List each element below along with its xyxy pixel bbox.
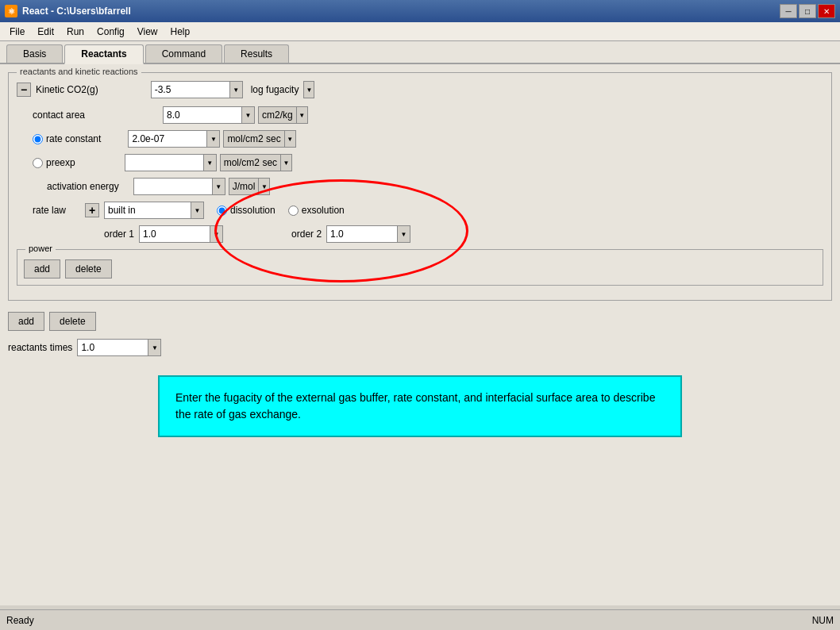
dissolution-radio[interactable] — [217, 206, 227, 216]
rate-constant-dropdown-arrow[interactable]: ▼ — [207, 130, 220, 148]
preexp-input[interactable] — [125, 154, 204, 171]
preexp-dropdown-arrow[interactable]: ▼ — [204, 154, 217, 171]
contact-area-unit-group: cm2/kg ▼ — [258, 106, 308, 124]
contact-area-dropdown-arrow[interactable]: ▼ — [242, 106, 255, 124]
order1-dropdown-arrow[interactable]: ▼ — [210, 225, 223, 243]
power-delete-button[interactable]: delete — [65, 259, 112, 279]
order-row: order 1 ▼ order 2 ▼ — [17, 225, 823, 243]
rate-law-label: rate law — [33, 205, 80, 216]
rate-constant-radio[interactable] — [33, 134, 43, 144]
preexp-unit-arrow[interactable]: ▼ — [281, 154, 292, 171]
contact-area-input-group: ▼ — [163, 106, 255, 124]
preexp-unit-label: mol/cm2 sec — [220, 154, 281, 171]
title-bar: ⚛ React - C:\Users\bfarrell ─ □ ✕ — [0, 0, 840, 22]
menu-run[interactable]: Run — [60, 25, 91, 39]
order2-dropdown-arrow[interactable]: ▼ — [398, 225, 410, 243]
preexp-row: preexp ▼ mol/cm2 sec ▼ — [17, 154, 823, 171]
power-add-button[interactable]: add — [24, 259, 60, 279]
reactants-times-row: reactants times ▼ — [8, 336, 832, 359]
reactants-times-input[interactable] — [77, 339, 148, 356]
delete-button[interactable]: delete — [49, 312, 96, 331]
tab-basis[interactable]: Basis — [6, 44, 63, 63]
fugacity-input[interactable] — [151, 81, 230, 98]
tooltip-text: Enter the fugacity of the external gas b… — [175, 391, 655, 421]
kinetic-minus-button[interactable]: − — [17, 83, 31, 97]
activation-energy-input[interactable] — [133, 178, 213, 195]
status-bar: Ready NUM — [0, 609, 840, 630]
menu-view[interactable]: View — [131, 25, 164, 39]
power-buttons: add delete — [24, 256, 816, 279]
contact-area-input[interactable] — [163, 106, 242, 124]
status-left: Ready — [6, 615, 34, 626]
order1-label: order 1 — [104, 229, 134, 240]
minimize-button[interactable]: ─ — [780, 4, 797, 18]
rate-constant-unit-group: mol/cm2 sec ▼ — [223, 130, 295, 148]
rate-constant-input-group: ▼ — [128, 130, 220, 148]
preexp-input-group: ▼ — [125, 154, 217, 171]
menu-config[interactable]: Config — [91, 25, 131, 39]
order2-input[interactable] — [326, 225, 398, 243]
tab-command[interactable]: Command — [145, 44, 222, 63]
rate-constant-radio-label[interactable]: rate constant — [33, 133, 101, 144]
preexp-radio[interactable] — [33, 158, 43, 168]
bottom-row: add delete — [8, 307, 832, 336]
rate-law-plus-button[interactable]: + — [85, 203, 99, 217]
exsolution-label: exsolution — [302, 205, 345, 216]
menu-help[interactable]: Help — [164, 25, 197, 39]
dissolution-radio-label[interactable]: dissolution — [217, 205, 276, 216]
rate-law-input-group: ▼ — [104, 202, 204, 219]
rate-law-dropdown-arrow[interactable]: ▼ — [191, 202, 204, 219]
fugacity-unit-arrow[interactable]: ▼ — [303, 81, 314, 98]
kinetic-name: Kinetic CO2(g) — [36, 84, 98, 95]
activation-energy-unit-label: J/mol — [229, 178, 260, 195]
contact-area-unit-arrow[interactable]: ▼ — [297, 106, 308, 124]
tab-bar: Basis Reactants Command Results — [0, 41, 840, 64]
app-icon: ⚛ — [5, 5, 17, 17]
activation-energy-unit-arrow[interactable]: ▼ — [259, 178, 270, 195]
rate-constant-row: rate constant ▼ mol/cm2 sec ▼ — [17, 130, 823, 148]
rate-constant-input[interactable] — [128, 130, 207, 148]
order1-input-group: ▼ — [139, 225, 223, 243]
rate-law-row: rate law + ▼ dissolution exsolution — [17, 202, 823, 219]
tooltip-box: Enter the fugacity of the external gas b… — [158, 375, 682, 437]
activation-energy-dropdown-arrow[interactable]: ▼ — [213, 178, 225, 195]
tab-results[interactable]: Results — [224, 44, 289, 63]
maximize-button[interactable]: □ — [799, 4, 816, 18]
main-content: reactants and kinetic reactions − Kineti… — [0, 64, 840, 605]
tab-reactants[interactable]: Reactants — [64, 44, 143, 64]
rate-constant-unit-arrow[interactable]: ▼ — [285, 130, 296, 148]
menu-bar: File Edit Run Config View Help — [0, 22, 840, 41]
add-button[interactable]: add — [8, 312, 44, 331]
rate-law-input[interactable] — [104, 202, 191, 219]
fugacity-input-group: ▼ — [151, 81, 243, 98]
preexp-radio-label[interactable]: preexp — [33, 157, 75, 168]
contact-area-label: contact area — [33, 109, 112, 121]
activation-energy-row: activation energy ▼ J/mol ▼ — [17, 178, 823, 195]
fugacity-dropdown-arrow[interactable]: ▼ — [230, 81, 243, 98]
close-button[interactable]: ✕ — [818, 4, 835, 18]
window-title: React - C:\Users\bfarrell — [22, 6, 131, 17]
status-right: NUM — [812, 615, 834, 626]
kinetic-header: − Kinetic CO2(g) ▼ log fugacity ▼ — [17, 81, 823, 98]
rate-constant-label: rate constant — [46, 133, 101, 144]
activation-energy-input-group: ▼ — [133, 178, 225, 195]
menu-edit[interactable]: Edit — [31, 25, 60, 39]
reactants-group-title: reactants and kinetic reactions — [17, 67, 141, 76]
reactants-times-input-group: ▼ — [77, 339, 161, 356]
exsolution-radio-label[interactable]: exsolution — [288, 205, 345, 216]
preexp-label: preexp — [46, 157, 75, 168]
activation-energy-label: activation energy — [33, 181, 119, 192]
preexp-unit-group: mol/cm2 sec ▼ — [220, 154, 292, 171]
title-controls: ─ □ ✕ — [780, 4, 835, 18]
menu-file[interactable]: File — [3, 25, 31, 39]
activation-energy-unit-group: J/mol ▼ — [229, 178, 271, 195]
reactants-times-dropdown-arrow[interactable]: ▼ — [148, 339, 161, 356]
reactants-group: reactants and kinetic reactions − Kineti… — [8, 72, 832, 301]
contact-area-unit-label: cm2/kg — [258, 106, 297, 124]
rate-constant-unit-label: mol/cm2 sec — [223, 130, 284, 148]
exsolution-radio[interactable] — [288, 206, 299, 216]
dissolution-label: dissolution — [230, 205, 276, 216]
power-group: power add delete — [17, 249, 823, 286]
order1-input[interactable] — [139, 225, 210, 243]
power-group-title: power — [25, 244, 56, 253]
